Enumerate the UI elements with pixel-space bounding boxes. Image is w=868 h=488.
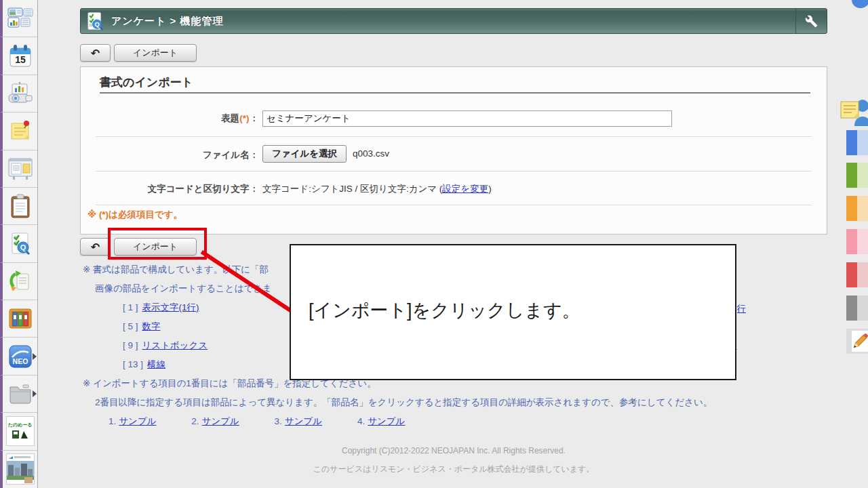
settings-button[interactable] [795,9,827,33]
sample-link-1[interactable]: サンプル [119,416,156,426]
charset-label: 文字コードと区切り文字: [81,183,256,195]
folder-icon [8,384,33,404]
sidebar-item-tanomeru[interactable]: たのめーる [0,413,37,450]
sample-item: 4.サンプル [357,416,406,426]
row-divider [96,205,812,205]
pencil-icon [851,333,868,350]
parts-note-line2: 画像の部品をインポートすることはできま [95,283,272,295]
highlight-color-red[interactable] [846,262,868,287]
memo-note-icon [8,119,33,143]
sample-links-row: 1.サンプル 2.サンプル 3.サンプル 4.サンプル [108,415,437,428]
highlight-color-orange[interactable] [846,196,868,221]
expand-arrow-icon[interactable] [33,353,37,360]
sample-item: 1.サンプル [108,416,157,426]
app-sidebar: 15 [0,0,38,488]
highlight-color-green[interactable] [846,163,868,188]
bulletin-board-icon [7,157,33,180]
highlight-color-pink[interactable] [846,229,868,254]
subject-label: 表題(*): [81,113,256,125]
ad-photo-icon [6,453,35,485]
survey-app-icon: Q [85,12,104,30]
part-item-1: [ 1 ]表示文字(1行) [123,302,199,314]
svg-text:Q: Q [20,243,26,251]
sidebar-item-report[interactable] [0,188,37,225]
back-button-bottom[interactable]: ↶ [80,238,111,256]
clipboard-icon [9,194,31,218]
calendar-icon: 15 [8,44,33,68]
part-link-hr[interactable]: 横線 [147,359,165,369]
provider-text: このサービスはリスモン・ビジネス・ポータル株式会社が提供しています。 [80,464,827,475]
back-button-top[interactable]: ↶ [80,44,111,62]
edit-pencil-tool[interactable] [846,329,868,354]
cabinet-icon [8,307,33,330]
part-link-listbox[interactable]: リストボックス [142,340,208,350]
required-fields-note: ※ (*)は必須項目です。 [87,209,182,221]
part-item-13: [ 13 ]横線 [123,359,165,371]
wrench-icon [805,15,818,28]
sample-link-3[interactable]: サンプル [285,416,322,426]
required-mark: (*) [239,113,249,123]
sample-link-4[interactable]: サンプル [368,416,405,426]
sidebar-item-bulletin-board[interactable] [0,150,37,188]
sidebar-item-workflow[interactable] [0,263,37,300]
import-button-top[interactable]: インポート [114,44,197,62]
sidebar-item-ad-banner[interactable] [0,451,37,488]
annotation-note-tool[interactable] [840,98,868,129]
title-underline [100,92,810,94]
sidebar-item-survey[interactable]: Q [0,225,37,262]
part-item-9: [ 9 ]リストボックス [123,340,208,352]
highlight-color-gray[interactable] [846,296,868,321]
hidden-link-fragment: 行) [737,303,746,315]
expand-arrow-icon[interactable] [33,390,37,397]
back-arrow-icon: ↶ [91,241,100,253]
module-title-bar: Q アンケート > 機能管理 [80,8,827,34]
tanomeru-label: たのめーる [8,422,33,428]
selected-file-name: q003.csv [353,148,389,159]
sample-item: 2.サンプル [191,416,239,426]
copyright-text: Copyright (C)2012-2022 NEOJAPAN Inc. All… [80,446,827,455]
callout-text: [インポート]をクリックします。 [309,298,580,323]
sidebar-item-memo[interactable] [0,113,37,150]
choose-file-label: ファイルを選択 [272,148,337,160]
sidebar-item-facility[interactable] [0,75,37,113]
sticky-note-user-icon [840,98,868,126]
neo-icon: NEO [8,344,33,369]
sample-item: 3.サンプル [275,416,323,426]
import-button-label: インポート [133,47,178,59]
sidebar-item-neo[interactable]: NEO [0,338,37,375]
sidebar-item-calendar[interactable]: 15 [0,37,37,75]
sidebar-item-portal[interactable] [0,0,37,37]
annotation-highlight-box [108,228,207,260]
subject-input[interactable] [262,110,672,127]
change-settings-link[interactable]: 設定を変更 [442,184,488,194]
survey-icon: Q [8,231,33,256]
workflow-icon [8,269,33,293]
part-link-number[interactable]: 数字 [142,321,161,331]
sidebar-item-cabinet[interactable] [0,300,37,338]
sidebar-item-folder[interactable] [0,375,37,413]
portal-icon [7,7,33,29]
back-arrow-icon: ↶ [91,47,100,60]
highlight-color-blue[interactable] [846,130,868,155]
screen: 15 [0,0,868,488]
annotation-callout: [インポート]をクリックします。 [290,244,736,380]
row-divider [96,136,812,137]
corner-partial-icon [852,0,868,8]
sample-link-2[interactable]: サンプル [202,416,239,426]
tanomeru-icon: たのめーる [6,416,35,446]
part-link-display-text[interactable]: 表示文字(1行) [142,302,199,312]
import-note-line2: 2番目以降に指定する項目は部品によって異なります。「部品名」をクリックすると指定… [95,396,712,409]
svg-text:Q: Q [94,21,99,28]
part-item-5: [ 5 ]数字 [123,321,161,333]
calendar-day-label: 15 [15,54,26,65]
form-title: 書式のインポート [100,75,193,90]
neo-label: NEO [12,357,28,365]
charset-value: 文字コード:シフトJIS / 区切り文字:カンマ (設定を変更) [262,183,492,195]
import-form-panel: 書式のインポート 表題(*): ファイル名: ファイルを選択 q003.csv … [80,66,827,235]
projector-icon [7,82,33,105]
file-label: ファイル名: [81,149,256,161]
row-divider [96,171,812,171]
parts-note-line1: ※ 書式は部品で構成しています。以下に「部 [83,264,269,276]
page-title: アンケート > 機能管理 [111,15,224,28]
choose-file-button[interactable]: ファイルを選択 [262,145,347,163]
